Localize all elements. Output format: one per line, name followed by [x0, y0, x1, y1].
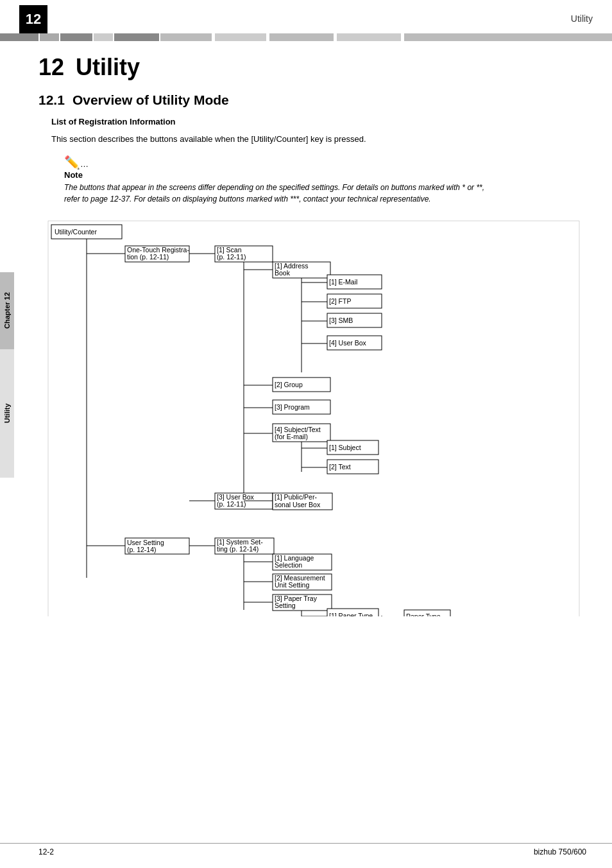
svg-rect-8 — [268, 33, 269, 41]
svg-text:[3] Program: [3] Program — [275, 403, 310, 411]
tree-svg: Utility/Counter One-Touch Registra- tion… — [45, 218, 584, 616]
svg-text:[1] Paper Type: [1] Paper Type — [329, 612, 373, 616]
subsection-heading: List of Registration Information — [51, 117, 586, 126]
svg-text:tion (p. 12-11): tion (p. 12-11) — [127, 253, 169, 261]
svg-text:Setting: Setting — [275, 602, 296, 609]
svg-text:(p. 12-11): (p. 12-11) — [217, 253, 246, 261]
svg-text:ting (p. 12-14): ting (p. 12-14) — [217, 545, 259, 553]
chapter-number: 12 — [38, 54, 64, 81]
svg-rect-9 — [269, 33, 334, 41]
section-title: Overview of Utility Mode — [72, 92, 229, 108]
chapter-heading: 12 Utility — [38, 54, 586, 81]
svg-text:[2] FTP: [2] FTP — [329, 297, 351, 305]
chapter-number-box: 12 — [19, 5, 47, 33]
svg-rect-2 — [60, 33, 92, 41]
deco-bar — [0, 33, 612, 41]
note-block: ✏️… Note The buttons that appear in the … — [64, 155, 586, 205]
sidebar-strip: Chapter 12 Utility — [0, 272, 14, 478]
svg-text:(p. 12-11): (p. 12-11) — [217, 500, 246, 508]
note-title: Note — [64, 170, 586, 180]
svg-rect-6 — [213, 33, 215, 41]
svg-text:[4] User Box: [4] User Box — [329, 339, 367, 347]
footer: 12-2 bizhub 750/600 — [0, 843, 612, 856]
sidebar-chapter-label: Chapter 12 — [0, 272, 14, 349]
svg-text:[2] Text: [2] Text — [329, 463, 351, 471]
svg-text:Unit Setting: Unit Setting — [275, 581, 309, 589]
svg-rect-7 — [215, 33, 266, 41]
svg-text:Selection: Selection — [275, 561, 302, 569]
section-number: 12.1 — [38, 92, 65, 108]
note-text: The buttons that appear in the screens d… — [64, 182, 488, 205]
svg-rect-13 — [404, 33, 612, 41]
svg-text:Paper Type: Paper Type — [406, 612, 441, 616]
sidebar-utility-label: Utility — [0, 349, 14, 478]
svg-text:[2] Group: [2] Group — [275, 381, 303, 388]
svg-rect-10 — [335, 33, 337, 41]
svg-text:[3] SMB: [3] SMB — [329, 317, 353, 324]
svg-text:sonal User Box: sonal User Box — [275, 501, 321, 508]
svg-text:[1] E-Mail: [1] E-Mail — [329, 278, 357, 286]
svg-text:[1] Public/Per-: [1] Public/Per- — [275, 493, 317, 501]
svg-text:Utility/Counter: Utility/Counter — [55, 228, 97, 236]
svg-text:Book: Book — [275, 269, 291, 277]
footer-page: 12-2 — [38, 847, 54, 856]
section-heading: 12.1 Overview of Utility Mode — [38, 92, 586, 108]
note-icon: ✏️… — [64, 155, 586, 170]
svg-text:(for E-mail): (for E-mail) — [275, 433, 308, 440]
header-title: Utility — [571, 13, 593, 24]
diagram-area: Utility/Counter One-Touch Registra- tion… — [45, 218, 586, 618]
svg-rect-11 — [337, 33, 401, 41]
svg-rect-5 — [160, 33, 212, 41]
chapter-title: Utility — [76, 54, 140, 81]
svg-rect-4 — [114, 33, 159, 41]
svg-rect-12 — [402, 33, 404, 41]
body-text: This section describes the buttons avail… — [51, 133, 500, 146]
svg-text:[1] Subject: [1] Subject — [329, 444, 361, 451]
svg-text:(p. 12-14): (p. 12-14) — [127, 546, 157, 553]
svg-rect-0 — [0, 33, 38, 41]
footer-product: bizhub 750/600 — [534, 847, 586, 856]
svg-rect-3 — [94, 33, 113, 41]
svg-rect-1 — [40, 33, 59, 41]
